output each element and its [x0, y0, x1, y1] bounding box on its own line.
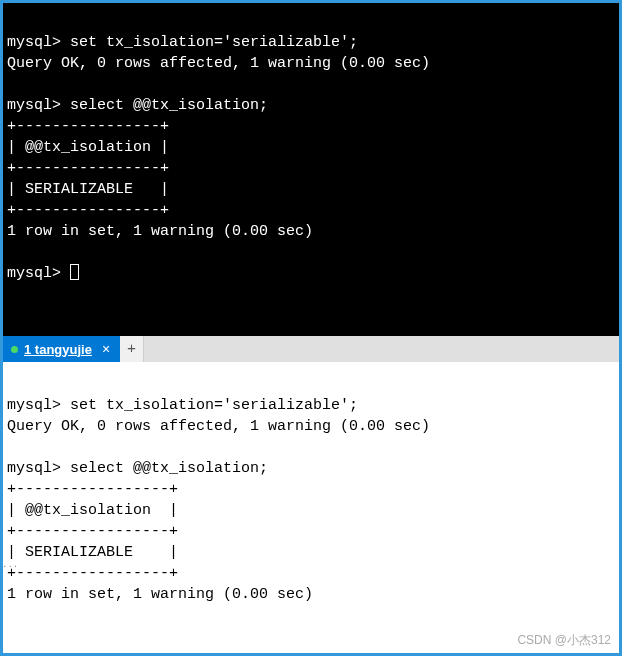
terminal-bottom-pane[interactable]: mysql> set tx_isolation='serializable'; …: [0, 362, 622, 656]
watermark-text: CSDN @小杰312: [517, 632, 611, 649]
terminal-line: Query OK, 0 rows affected, 1 warning (0.…: [7, 418, 430, 435]
add-tab-button[interactable]: +: [120, 336, 144, 362]
terminal-line: | @@tx_isolation |: [7, 139, 169, 156]
tab-session[interactable]: 1 tangyujie ×: [3, 336, 120, 362]
terminal-line: mysql> select @@tx_isolation;: [7, 97, 268, 114]
terminal-line: | SERIALIZABLE |: [7, 181, 169, 198]
terminal-line: | SERIALIZABLE |: [7, 544, 178, 561]
status-dot-icon: [11, 346, 18, 353]
terminal-top-pane[interactable]: mysql> set tx_isolation='serializable'; …: [0, 0, 622, 336]
terminal-line: +----------------+: [7, 202, 169, 219]
margin-dots: ...: [2, 560, 18, 570]
terminal-line: +----------------+: [7, 118, 169, 135]
close-icon[interactable]: ×: [102, 341, 110, 357]
cursor-icon: [70, 264, 79, 280]
tab-title: 1 tangyujie: [24, 342, 92, 357]
terminal-line: +-----------------+: [7, 565, 178, 582]
terminal-line: mysql> select @@tx_isolation;: [7, 460, 268, 477]
terminal-line: +-----------------+: [7, 523, 178, 540]
terminal-line: | @@tx_isolation |: [7, 502, 178, 519]
tab-bar: 1 tangyujie × +: [0, 336, 622, 362]
terminal-line: 1 row in set, 1 warning (0.00 sec): [7, 586, 313, 603]
terminal-line: mysql> set tx_isolation='serializable';: [7, 397, 358, 414]
terminal-line: mysql> set tx_isolation='serializable';: [7, 34, 358, 51]
terminal-prompt: mysql>: [7, 265, 70, 282]
terminal-line: Query OK, 0 rows affected, 1 warning (0.…: [7, 55, 430, 72]
terminal-line: +----------------+: [7, 160, 169, 177]
terminal-line: 1 row in set, 1 warning (0.00 sec): [7, 223, 313, 240]
terminal-line: +-----------------+: [7, 481, 178, 498]
